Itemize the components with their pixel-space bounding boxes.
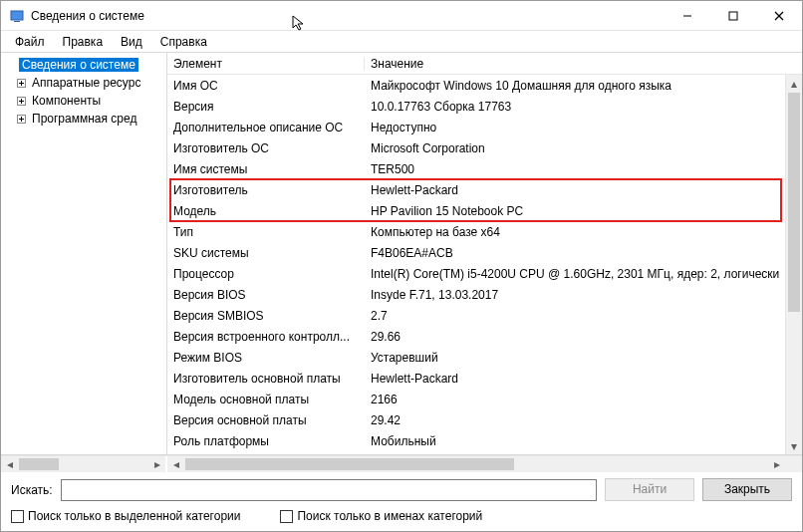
content-area: Сведения о системе Аппаратные ресурсКомп… — [1, 53, 802, 455]
table-row[interactable]: ПроцессорIntel(R) Core(TM) i5-4200U CPU … — [167, 263, 802, 284]
tree-root[interactable]: Сведения о системе — [1, 56, 166, 74]
vertical-scrollbar[interactable]: ▴ ▾ — [785, 75, 802, 454]
checkbox-category-names[interactable]: Поиск только в именах категорий — [280, 509, 482, 523]
column-headers: Элемент Значение — [167, 53, 802, 75]
cell-value: 29.66 — [365, 330, 802, 344]
menu-view[interactable]: Вид — [113, 33, 150, 51]
menu-help[interactable]: Справка — [152, 33, 215, 51]
menu-edit[interactable]: Правка — [55, 33, 112, 51]
cell-value: Компьютер на базе x64 — [365, 225, 802, 239]
details-list: Элемент Значение Имя ОСМайкрософт Window… — [167, 53, 802, 454]
cell-value: Intel(R) Core(TM) i5-4200U CPU @ 1.60GHz… — [365, 267, 802, 281]
table-row[interactable]: Версия10.0.17763 Сборка 17763 — [167, 96, 802, 117]
hscroll-left-icon[interactable]: ◂ — [167, 456, 184, 472]
category-tree[interactable]: Сведения о системе Аппаратные ресурсКомп… — [1, 53, 167, 454]
cell-element: Роль платформы — [167, 434, 365, 448]
table-row[interactable]: МодельHP Pavilion 15 Notebook PC — [167, 200, 802, 221]
cell-value: Устаревший — [365, 351, 802, 365]
cell-value: Hewlett-Packard — [365, 183, 802, 197]
minimize-button[interactable] — [665, 1, 710, 31]
system-information-window: Сведения о системе Файл Правка Вид Справ… — [0, 0, 803, 532]
cell-element: Версия SMBIOS — [167, 309, 365, 323]
hscroll-thumb-list[interactable] — [185, 458, 514, 470]
expand-icon[interactable] — [15, 77, 27, 89]
checkbox-icon — [11, 510, 24, 523]
expand-icon[interactable] — [15, 113, 27, 125]
close-footer-button[interactable]: Закрыть — [702, 478, 792, 501]
cell-element: Режим BIOS — [167, 351, 365, 365]
table-row[interactable]: Изготовитель ОСMicrosoft Corporation — [167, 137, 802, 158]
hscroll-left-icon[interactable]: ◂ — [1, 456, 18, 472]
table-row[interactable]: Изготовитель основной платыHewlett-Packa… — [167, 368, 802, 389]
svg-rect-0 — [11, 11, 23, 20]
cell-value: 10.0.17763 Сборка 17763 — [365, 100, 802, 114]
cell-value: Microsoft Corporation — [365, 141, 802, 155]
table-row[interactable]: Режим BIOSУстаревший — [167, 347, 802, 368]
cell-value: 2.7 — [365, 309, 802, 323]
column-value[interactable]: Значение — [365, 57, 423, 71]
cell-element: Имя системы — [167, 162, 365, 176]
table-row[interactable]: Версия встроенного контролл...29.66 — [167, 326, 802, 347]
cell-element: Версия — [167, 100, 365, 114]
cell-value: HP Pavilion 15 Notebook PC — [365, 204, 802, 218]
table-row[interactable]: Версия SMBIOS2.7 — [167, 305, 802, 326]
table-row[interactable]: Версия BIOSInsyde F.71, 13.03.2017 — [167, 284, 802, 305]
table-row[interactable]: SKU системыF4B06EA#ACB — [167, 242, 802, 263]
cell-value: Мобильный — [365, 434, 802, 448]
tree-item[interactable]: Программная сред — [1, 110, 166, 128]
cell-element: Версия встроенного контролл... — [167, 330, 365, 344]
table-row[interactable]: Дополнительное описание ОСНедоступно — [167, 117, 802, 137]
footer: Искать: Найти Закрыть Поиск только в выд… — [1, 472, 802, 531]
hscroll-thumb-tree[interactable] — [19, 458, 59, 470]
tree-item[interactable]: Аппаратные ресурс — [1, 74, 166, 92]
cell-value: Майкрософт Windows 10 Домашняя для одног… — [365, 79, 802, 93]
menu-file[interactable]: Файл — [7, 33, 53, 51]
hscroll-right-icon[interactable]: ▸ — [768, 456, 785, 472]
table-row[interactable]: Роль платформыМобильный — [167, 430, 802, 451]
tree-item[interactable]: Компоненты — [1, 92, 166, 110]
app-icon — [9, 8, 25, 24]
svg-rect-1 — [14, 21, 20, 22]
checkbox-icon — [280, 510, 293, 523]
table-row[interactable]: Имя ОСМайкрософт Windows 10 Домашняя для… — [167, 75, 802, 96]
checkbox-selected-category[interactable]: Поиск только в выделенной категории — [11, 509, 240, 523]
column-element[interactable]: Элемент — [167, 57, 365, 71]
rows-container: Имя ОСМайкрософт Windows 10 Домашняя для… — [167, 75, 802, 451]
find-button[interactable]: Найти — [605, 478, 694, 501]
table-row[interactable]: Модель основной платы2166 — [167, 389, 802, 409]
hscroll-right-icon[interactable]: ▸ — [148, 456, 165, 472]
collapse-icon[interactable] — [5, 59, 17, 71]
cell-element: Тип — [167, 225, 365, 239]
cell-element: Дополнительное описание ОС — [167, 121, 365, 134]
cell-value: Hewlett-Packard — [365, 372, 802, 386]
cell-value: 2166 — [365, 393, 802, 406]
cell-element: Версия основной платы — [167, 413, 365, 427]
menubar: Файл Правка Вид Справка — [1, 31, 802, 53]
cell-element: Имя ОС — [167, 79, 365, 93]
cell-element: SKU системы — [167, 246, 365, 260]
svg-rect-3 — [729, 12, 737, 20]
table-row[interactable]: ИзготовительHewlett-Packard — [167, 179, 802, 200]
cell-value: Insyde F.71, 13.03.2017 — [365, 288, 802, 302]
table-row[interactable]: Имя системыTER500 — [167, 158, 802, 179]
close-button[interactable] — [756, 1, 802, 31]
scroll-down-icon[interactable]: ▾ — [786, 437, 802, 454]
table-row[interactable]: ТипКомпьютер на базе x64 — [167, 221, 802, 242]
cell-value: TER500 — [365, 162, 802, 176]
cell-element: Изготовитель ОС — [167, 141, 365, 155]
scroll-thumb[interactable] — [788, 93, 800, 312]
search-input[interactable] — [61, 479, 597, 501]
cell-element: Изготовитель — [167, 183, 365, 197]
maximize-button[interactable] — [710, 1, 756, 31]
expand-icon[interactable] — [15, 95, 27, 107]
cell-element: Модель — [167, 204, 365, 218]
titlebar: Сведения о системе — [1, 1, 802, 31]
cell-value: F4B06EA#ACB — [365, 246, 802, 260]
scroll-up-icon[interactable]: ▴ — [786, 75, 802, 92]
table-row[interactable]: Версия основной платы29.42 — [167, 409, 802, 430]
cell-value: 29.42 — [365, 413, 802, 427]
cell-element: Модель основной платы — [167, 393, 365, 406]
search-label: Искать: — [11, 483, 53, 497]
horizontal-scrollbar[interactable]: ◂ ▸ ◂ ▸ — [1, 455, 802, 472]
cell-value: Недоступно — [365, 121, 802, 134]
